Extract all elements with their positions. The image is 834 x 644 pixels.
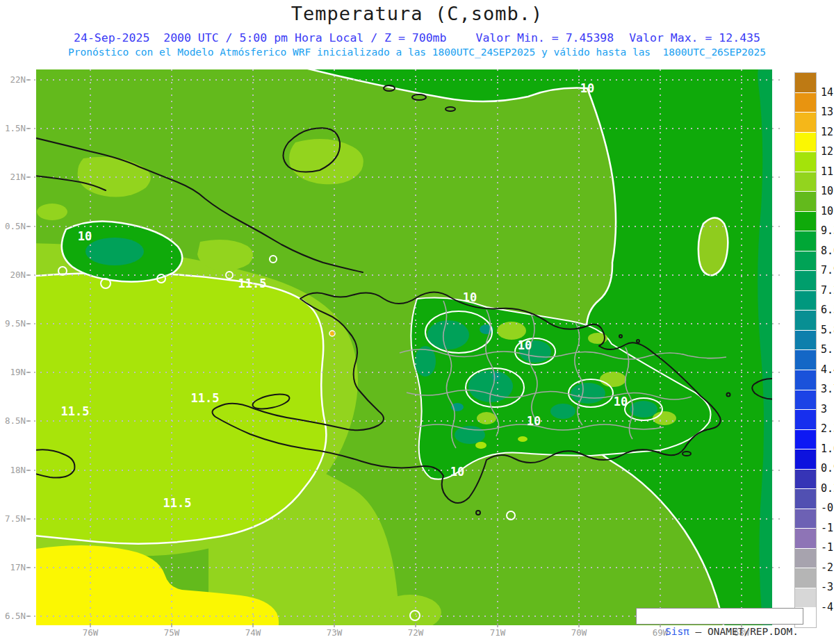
contour-label: 10 bbox=[614, 395, 628, 408]
colorbar-tick-label: 3.7 bbox=[821, 383, 834, 395]
colorbar-cell bbox=[795, 133, 816, 153]
colorbar-cell bbox=[795, 350, 816, 370]
contour-label: 11.5 bbox=[163, 496, 192, 510]
colorbar-tick-label: -2.6 bbox=[821, 561, 834, 574]
colorbar-cell bbox=[795, 529, 816, 549]
colorbar-tick-label: 5.8 bbox=[821, 324, 834, 336]
colorbar-cell bbox=[795, 430, 816, 450]
colorbar-tick-label: 8.6 bbox=[821, 245, 834, 257]
colorbar-tick-label: 0.9 bbox=[821, 462, 834, 474]
contour-label: 11.5 bbox=[238, 276, 267, 290]
contour-label: 10 bbox=[580, 81, 594, 95]
colorbar-cell bbox=[795, 449, 816, 470]
lat-label: 18N bbox=[0, 465, 26, 475]
lon-label: 71W bbox=[484, 628, 512, 638]
lat-label: 6.5N bbox=[0, 611, 26, 621]
colorbar-tick-label: 7.9 bbox=[821, 264, 834, 276]
colorbar-tick-label: 12.8 bbox=[821, 126, 834, 138]
colorbar-cell bbox=[795, 73, 816, 93]
lat-label: 7.5N bbox=[0, 514, 26, 524]
weather-map-page: Temperatura (C,somb.) 24-Sep-2025 2000 U… bbox=[0, 0, 834, 644]
lat-label: 19N bbox=[0, 368, 26, 377]
lat-label: 9.5N bbox=[0, 319, 26, 329]
colorbar-cell bbox=[795, 588, 816, 609]
contour-label: 10 bbox=[518, 338, 532, 352]
contour-label: 10 bbox=[463, 290, 477, 304]
lat-label: 17N bbox=[0, 563, 26, 572]
colorbar-tick-label: 13.5 bbox=[821, 106, 834, 118]
temperature-shading bbox=[28, 64, 778, 631]
colorbar-cell bbox=[795, 271, 816, 291]
colorbar-cell bbox=[795, 192, 816, 212]
lat-label: 8.5N bbox=[0, 416, 26, 426]
lon-label: 74W bbox=[239, 628, 267, 638]
colorbar-tick-label: 14.2 bbox=[821, 86, 834, 99]
colorbar-cell bbox=[795, 549, 816, 569]
lat-label: 0.5N bbox=[0, 222, 26, 231]
sispi-logo: Sisπ bbox=[665, 626, 689, 637]
colorbar-tick-label: -4 bbox=[821, 601, 833, 613]
colorbar-cell bbox=[795, 152, 816, 172]
lon-label: 70W bbox=[565, 628, 593, 638]
colorbar-tick-label: 9.3 bbox=[821, 224, 834, 237]
colorbar-cell bbox=[795, 470, 816, 490]
lon-label: 75W bbox=[158, 628, 186, 638]
colorbar-tick-label: 1.6 bbox=[821, 443, 834, 455]
colorbar-tick-label: 5.1 bbox=[821, 343, 834, 356]
colorbar-cell bbox=[795, 113, 816, 133]
colorbar-cell bbox=[795, 172, 816, 192]
contour-label: 10 bbox=[450, 465, 464, 479]
colorbar-cell bbox=[795, 311, 816, 331]
contour-label: 11.5 bbox=[61, 404, 90, 418]
colorbar-tick-label: 2.3 bbox=[821, 422, 834, 435]
lat-label: 21N bbox=[0, 172, 26, 182]
contour-label: 10 bbox=[527, 414, 541, 428]
colorbar-tick-label: 11.4 bbox=[821, 165, 834, 178]
colorbar-tick-label: 3 bbox=[821, 403, 827, 415]
colorbar-tick-label: 12.1 bbox=[821, 145, 834, 158]
colorbar-tick-label: -1.9 bbox=[821, 541, 834, 554]
colorbar-cell bbox=[795, 509, 816, 529]
lon-label: 72W bbox=[402, 628, 430, 638]
colorbar-cell bbox=[795, 251, 816, 272]
colorbar-cell bbox=[795, 231, 816, 251]
colorbar-tick-label: 6.5 bbox=[821, 304, 834, 316]
colorbar-cell bbox=[795, 568, 816, 588]
contour-label: 11.5 bbox=[191, 391, 220, 405]
lat-label: 1.5N bbox=[0, 124, 26, 133]
colorbar-cell bbox=[795, 291, 816, 311]
colorbar-tick-label: 10.7 bbox=[821, 185, 834, 197]
colorbar-tick-label: 4.4 bbox=[821, 363, 834, 376]
colorbar-cell bbox=[795, 489, 816, 509]
colorbar-cell bbox=[795, 212, 816, 232]
lon-label: 76W bbox=[76, 628, 104, 638]
watermark: Sisπ – ONAMET/REP.DOM. bbox=[636, 608, 803, 625]
colorbar-tick-label: -3.3 bbox=[821, 581, 834, 593]
contour-label: 10 bbox=[78, 229, 92, 243]
colorbar-tick-label: -0.5 bbox=[821, 502, 834, 514]
colorbar-cell bbox=[795, 390, 816, 411]
colorbar-cell bbox=[795, 331, 816, 351]
lat-label: 20N bbox=[0, 270, 26, 280]
colorbar-tick-label: 10 bbox=[821, 205, 833, 217]
colorbar-tick-label: -1.2 bbox=[821, 522, 834, 534]
colorbar bbox=[794, 72, 817, 628]
colorbar-cell bbox=[795, 410, 816, 430]
colorbar-tick-label: 0.2 bbox=[821, 482, 834, 495]
forecast-map-canvas: 1010101010101011.511.511.511.5 bbox=[0, 0, 834, 644]
lon-label: 73W bbox=[320, 628, 348, 638]
colorbar-cell bbox=[795, 370, 816, 390]
colorbar-tick-label: 7.2 bbox=[821, 284, 834, 297]
watermark-text: – ONAMET/REP.DOM. bbox=[689, 626, 799, 637]
lat-label: 22N bbox=[0, 75, 26, 85]
colorbar-cell bbox=[795, 93, 816, 113]
